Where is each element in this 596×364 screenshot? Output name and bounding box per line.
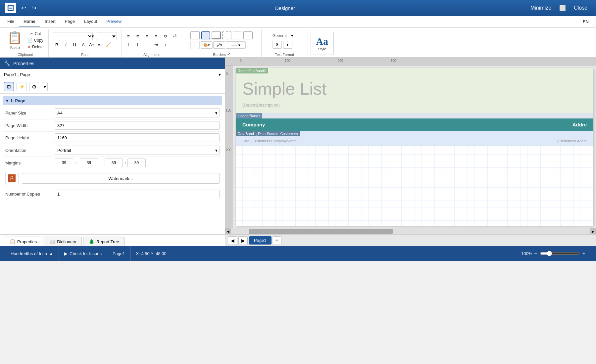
delete-button[interactable]: ✕ Delete xyxy=(25,44,46,50)
properties-events-button[interactable]: ⚡ xyxy=(17,82,26,91)
report-tree-tab-icon: 🌲 xyxy=(89,239,94,244)
indent-button[interactable]: ⇥ xyxy=(152,41,161,48)
italic-button[interactable]: I xyxy=(62,41,70,48)
margin-right-arrow: → xyxy=(99,160,103,165)
page1-tab[interactable]: Page1 xyxy=(249,236,272,245)
underline-button[interactable]: U xyxy=(71,41,79,48)
page-selector: Page1 : Page ▾ xyxy=(0,69,225,80)
undo-button[interactable]: ↩ xyxy=(20,3,27,13)
border-shadow-button[interactable] xyxy=(212,31,221,39)
title-band-label: ReportTitleBand2 xyxy=(236,68,268,73)
style-icon: Aa xyxy=(316,36,328,47)
general-dropdown-button[interactable]: ▾ xyxy=(288,32,297,39)
format-button2[interactable]: ▾ xyxy=(283,41,292,49)
orientation-select[interactable]: PortraitLandscape xyxy=(55,146,220,155)
menu-insert[interactable]: Insert xyxy=(40,17,60,26)
menu-page[interactable]: Page xyxy=(60,17,79,26)
tab-report-tree[interactable]: 🌲 Report Tree xyxy=(83,237,125,246)
paper-size-row: Paper Size A4A3LetterLegal ▾ xyxy=(3,107,222,119)
h-scroll-right-button[interactable]: ▶ xyxy=(590,228,596,234)
margin-top-input[interactable] xyxy=(105,159,123,167)
rotate-button[interactable]: ↺ xyxy=(161,32,170,40)
align-right-button[interactable]: ≡ xyxy=(143,32,151,40)
border-dashed-button[interactable] xyxy=(222,31,231,39)
borders-label: Borders xyxy=(213,51,226,57)
copies-input[interactable] xyxy=(55,190,220,198)
wordwrap-button[interactable]: ⏎ xyxy=(171,32,179,40)
cut-button[interactable]: ✂ Cut xyxy=(25,31,46,37)
delete-icon: ✕ xyxy=(27,45,31,49)
border-color-button[interactable]: 🖊▾ xyxy=(213,41,225,49)
data-band: DataBand1; Data Source: Customers Line_{… xyxy=(236,131,593,146)
h-scroll-left-button[interactable]: ◀ xyxy=(225,228,231,234)
border-diag-button[interactable] xyxy=(190,41,200,49)
align-justify-button[interactable]: ≡ xyxy=(152,32,161,40)
font-color-button[interactable]: A xyxy=(80,41,87,48)
properties-grid-button[interactable]: ⊞ xyxy=(4,82,14,91)
language-selector[interactable]: EN xyxy=(578,17,593,26)
tab-properties[interactable]: 📋 Properties xyxy=(4,237,42,246)
page-selector-dropdown[interactable]: ▾ xyxy=(219,72,221,77)
increase-font-button[interactable]: A↑ xyxy=(88,41,95,48)
units-dropdown-button[interactable]: ▲ xyxy=(49,251,53,256)
valign-middle-button[interactable]: ⊥ xyxy=(133,41,142,48)
canvas-scroll-area[interactable]: 0 100 200 ReportTitleBand2 Simple List {… xyxy=(225,66,596,228)
format-button1[interactable]: $ xyxy=(273,41,282,49)
properties-gear-button[interactable]: ⚙ xyxy=(29,82,39,91)
font-family-dropdown[interactable] xyxy=(53,32,93,40)
add-page-button[interactable]: + xyxy=(273,236,281,245)
bold-button[interactable]: B xyxy=(53,41,61,48)
section-1-header[interactable]: ▾ 1. Page xyxy=(3,96,222,105)
nav-prev-button[interactable]: ◀ xyxy=(228,236,237,245)
redo-button[interactable]: ↪ xyxy=(30,3,38,13)
style-button[interactable]: Aa Style xyxy=(311,32,334,55)
general-label: General xyxy=(273,33,287,38)
spacing-button[interactable]: ↕ xyxy=(161,41,170,48)
borders-group: 🎨▾ 🖊▾ ━━━▾ Borders ⤢ xyxy=(182,29,262,57)
zoom-slider[interactable] xyxy=(540,251,580,256)
page-height-input[interactable] xyxy=(55,133,220,142)
menu-file[interactable]: File xyxy=(3,17,19,26)
valign-top-button[interactable]: ⊤ xyxy=(124,41,133,48)
close-button[interactable]: Close xyxy=(571,4,591,13)
zoom-out-button[interactable]: − xyxy=(534,250,537,256)
paste-icon: 📋 xyxy=(7,31,22,45)
clear-format-button[interactable]: 🧹 xyxy=(105,41,112,48)
margin-right-input[interactable] xyxy=(80,159,98,167)
margin-bottom-input[interactable] xyxy=(127,159,146,167)
svg-rect-3 xyxy=(9,8,12,9)
valign-bottom-button[interactable]: ⊥ xyxy=(143,41,151,48)
font-size-dropdown[interactable] xyxy=(97,32,117,40)
align-center-button[interactable]: ≡ xyxy=(133,32,142,40)
page-height-row: Page Height xyxy=(3,132,222,144)
menu-home[interactable]: Home xyxy=(19,17,40,26)
copy-button[interactable]: 📄 Copy xyxy=(25,37,46,43)
align-left-button[interactable]: ≡ xyxy=(124,32,133,40)
decrease-font-button[interactable]: A↓ xyxy=(96,41,104,48)
nav-next-button[interactable]: ▶ xyxy=(238,236,248,245)
border-rect-button[interactable] xyxy=(190,31,200,39)
minimize-button[interactable]: Minimize xyxy=(527,4,555,13)
border-style-button[interactable]: ━━━▾ xyxy=(226,41,246,49)
properties-gear-arrow[interactable]: ▾ xyxy=(42,82,48,91)
fill-color-button[interactable]: 🎨▾ xyxy=(201,41,213,49)
paper-size-value: A4A3LetterLegal ▾ xyxy=(55,108,220,117)
watermark-button[interactable]: Watermark... xyxy=(22,173,220,184)
border-none-button[interactable] xyxy=(233,31,242,39)
tab-dictionary[interactable]: 📖 Dictionary xyxy=(44,237,82,246)
border-rounded-button[interactable] xyxy=(201,31,210,39)
maximize-button[interactable]: ⬜ xyxy=(556,4,569,13)
menu-preview[interactable]: Preview xyxy=(102,17,126,26)
page-width-input[interactable] xyxy=(55,121,220,130)
alignment-label: Alignment xyxy=(143,51,160,57)
properties-tab-label: Properties xyxy=(17,239,37,244)
zoom-in-button[interactable]: + xyxy=(582,250,585,256)
paper-size-select[interactable]: A4A3LetterLegal xyxy=(55,108,220,117)
check-issues-label[interactable]: Check for Issues xyxy=(70,251,102,256)
menu-layout[interactable]: Layout xyxy=(79,17,102,26)
paste-button[interactable]: 📋 Paste xyxy=(5,29,24,51)
margin-left-input[interactable] xyxy=(55,159,73,167)
borders-expand-icon[interactable]: ⤢ xyxy=(227,52,230,56)
ruler-mark-300: 300 xyxy=(391,59,396,63)
border-square-button[interactable] xyxy=(243,31,253,39)
